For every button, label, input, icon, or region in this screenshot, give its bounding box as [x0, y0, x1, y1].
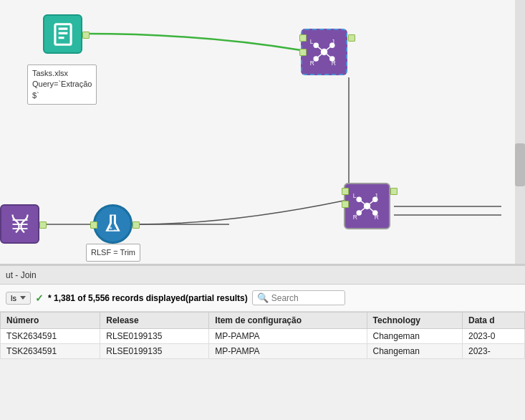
table-cell: TSK2634591 [1, 329, 100, 344]
records-info: * 1,381 of 5,556 records displayed(parti… [48, 293, 248, 303]
table-row: TSK2634591RLSE0199135MP-PAMPAChangeman20… [1, 329, 525, 344]
svg-text:R: R [310, 59, 314, 67]
col-data: Data d [463, 312, 525, 329]
toolbar-dropdown[interactable]: ls [6, 292, 31, 305]
panel-title-bar: ut - Join [0, 266, 525, 285]
col-item: Item de configuração [209, 312, 367, 329]
table-cell: TSK2634591 [1, 344, 100, 359]
panel-title-text: ut - Join [6, 270, 37, 280]
table-cell: RLSE0199135 [100, 329, 209, 344]
col-technology: Technology [367, 312, 462, 329]
dna-icon [7, 211, 33, 237]
toolbar-row: ls ✓ * 1,381 of 5,556 records displayed(… [0, 285, 525, 312]
join-node-bottom[interactable]: L J R R [344, 183, 390, 229]
dropdown-label: ls [11, 294, 16, 302]
svg-line-27 [359, 199, 367, 206]
dna-node[interactable] [0, 204, 39, 244]
svg-line-11 [316, 52, 324, 59]
svg-text:L: L [310, 38, 314, 45]
svg-line-29 [359, 206, 367, 213]
join-bottom-port-r [342, 201, 349, 208]
table-row: TSK2634591RLSE0199135MP-PAMPAChangeman20… [1, 344, 525, 359]
col-release: Release [100, 312, 209, 329]
data-table-container: Número Release Item de configuração Tech… [0, 312, 525, 359]
book-node[interactable] [43, 14, 82, 54]
dropdown-button[interactable]: ls [6, 292, 31, 305]
dna-port-right [39, 221, 47, 229]
svg-point-17 [114, 229, 115, 231]
join-bottom-network-icon: L J R R [351, 190, 383, 222]
table-cell: MP-PAMPA [209, 344, 367, 359]
join-top-port-right [348, 34, 355, 42]
bottom-panel: ut - Join ls ✓ * 1,381 of 5,556 records … [0, 265, 525, 359]
join-node-top[interactable]: L J R R [301, 29, 347, 75]
svg-line-30 [367, 206, 375, 213]
svg-line-10 [324, 45, 332, 52]
chevron-down-icon [20, 296, 26, 300]
book-icon [49, 21, 77, 48]
table-cell: RLSE0199135 [100, 344, 209, 359]
flask-icon [100, 211, 125, 237]
join-top-network-icon: L J R R [308, 36, 340, 68]
book-tooltip: Tasks.xlsx Query=`Extração $` [27, 65, 97, 105]
svg-line-9 [316, 45, 324, 52]
book-port-right [82, 32, 90, 39]
join-top-port-r-left [299, 49, 307, 56]
svg-text:R: R [353, 214, 357, 221]
flask-node[interactable] [93, 204, 133, 244]
data-table: Número Release Item de configuração Tech… [0, 312, 525, 359]
flask-port-left [90, 221, 97, 229]
table-header-row: Número Release Item de configuração Tech… [1, 312, 525, 329]
search-box[interactable]: 🔍 [252, 290, 345, 305]
svg-text:L: L [353, 192, 357, 199]
table-cell: Changeman [367, 344, 462, 359]
table-cell: Changeman [367, 329, 462, 344]
join-bottom-port-j [390, 188, 398, 195]
workflow-canvas[interactable]: Tasks.xlsx Query=`Extração $` L J R R [0, 0, 525, 265]
bottom-tooltip: RLSF = Trim [86, 244, 140, 262]
flask-port-right [133, 221, 140, 229]
svg-point-16 [110, 227, 112, 230]
table-cell: 2023- [463, 344, 525, 359]
table-cell: MP-PAMPA [209, 329, 367, 344]
table-cell: 2023-0 [463, 329, 525, 344]
join-bottom-port-l [342, 188, 349, 195]
join-top-port-left [299, 34, 307, 42]
scrollbar-thumb[interactable] [515, 143, 525, 186]
canvas-scrollbar[interactable] [515, 0, 525, 265]
svg-line-12 [324, 52, 332, 59]
search-icon: 🔍 [257, 292, 269, 303]
col-numero: Número [1, 312, 100, 329]
checkmark-button[interactable]: ✓ [35, 292, 44, 304]
search-input[interactable] [271, 293, 336, 303]
svg-line-28 [367, 199, 375, 206]
